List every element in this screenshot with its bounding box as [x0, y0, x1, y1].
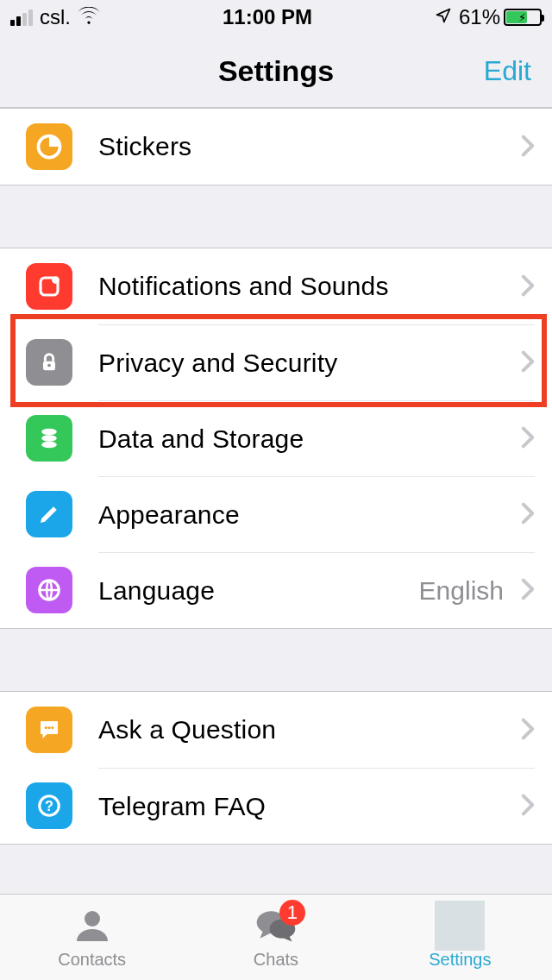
row-label: Appearance — [98, 500, 521, 530]
tab-label: Chats — [254, 950, 298, 970]
row-label: Language — [98, 576, 419, 606]
status-time: 11:00 PM — [223, 5, 312, 29]
battery-icon: ⚡︎ — [504, 9, 542, 26]
row-appearance[interactable]: Appearance — [0, 476, 552, 552]
chevron-right-icon — [521, 498, 535, 531]
storage-icon — [26, 415, 72, 462]
chevron-right-icon — [521, 574, 535, 607]
stickers-icon — [26, 123, 72, 170]
chevron-right-icon — [521, 346, 535, 380]
signal-icon — [10, 9, 33, 26]
status-bar: csl. 11:00 PM 61% ⚡︎ — [0, 0, 552, 35]
chats-badge: 1 — [279, 900, 305, 926]
settings-group: Stickers — [0, 108, 552, 185]
row-label: Notifications and Sounds — [98, 272, 521, 301]
chevron-right-icon — [521, 422, 535, 455]
tab-contacts[interactable]: Contacts — [0, 895, 184, 980]
svg-point-11 — [51, 726, 53, 729]
location-icon — [435, 5, 452, 29]
battery-percent: 61% — [459, 5, 500, 29]
row-ask-question[interactable]: Ask a Question — [0, 692, 552, 768]
tab-chats[interactable]: 1 Chats — [184, 895, 367, 980]
row-label: Data and Storage — [98, 424, 521, 454]
brush-icon — [26, 491, 72, 537]
row-data-storage[interactable]: Data and Storage — [0, 400, 552, 476]
svg-text:?: ? — [45, 798, 53, 814]
bell-icon — [26, 263, 72, 310]
chevron-right-icon — [521, 270, 535, 304]
svg-point-6 — [41, 435, 57, 442]
row-value: English — [419, 576, 504, 606]
row-language[interactable]: Language English — [0, 552, 552, 628]
tab-label: Settings — [429, 950, 491, 970]
svg-point-10 — [47, 726, 50, 729]
tab-label: Contacts — [58, 950, 126, 970]
svg-point-5 — [41, 429, 57, 436]
row-privacy[interactable]: Privacy and Security — [0, 324, 552, 400]
row-label: Privacy and Security — [98, 349, 521, 378]
row-stickers[interactable]: Stickers — [0, 109, 552, 185]
carrier-label: csl. — [40, 5, 71, 29]
chevron-right-icon — [521, 713, 535, 747]
nav-header: Settings Edit — [0, 35, 552, 108]
chevron-right-icon — [521, 789, 535, 823]
row-notifications[interactable]: Notifications and Sounds — [0, 248, 552, 324]
svg-point-14 — [85, 911, 100, 927]
svg-point-9 — [45, 726, 47, 729]
svg-point-2 — [52, 276, 60, 284]
tab-bar: Contacts 1 Chats Settings — [0, 894, 552, 980]
settings-content: Stickers Notifications and Sounds — [0, 108, 552, 894]
svg-point-4 — [47, 364, 51, 368]
lock-icon — [26, 339, 72, 386]
svg-point-7 — [41, 442, 57, 449]
contacts-icon — [72, 905, 113, 946]
row-label: Ask a Question — [98, 715, 521, 744]
wifi-icon — [78, 5, 100, 29]
chat-icon — [26, 707, 72, 753]
chevron-right-icon — [521, 130, 535, 164]
settings-group: Notifications and Sounds Privacy and Sec… — [0, 248, 552, 629]
edit-button[interactable]: Edit — [484, 55, 531, 87]
settings-group: Ask a Question ? Telegram FAQ — [0, 691, 552, 845]
row-label: Telegram FAQ — [98, 792, 521, 821]
tab-settings[interactable]: Settings — [368, 895, 552, 980]
row-label: Stickers — [98, 132, 521, 161]
page-title: Settings — [218, 54, 334, 88]
row-telegram-faq[interactable]: ? Telegram FAQ — [0, 768, 552, 844]
help-icon: ? — [26, 782, 72, 829]
globe-icon — [26, 567, 72, 613]
settings-icon — [435, 905, 485, 946]
